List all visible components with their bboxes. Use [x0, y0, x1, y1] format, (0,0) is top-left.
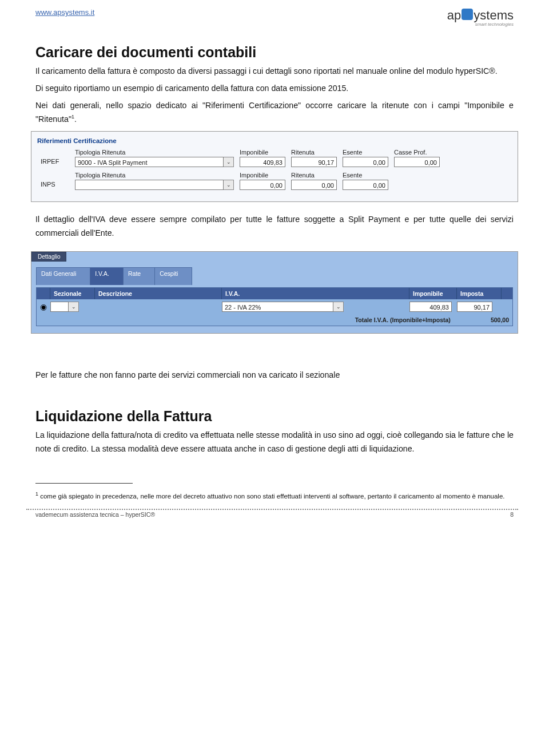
tab-cespiti[interactable]: Cespiti	[154, 267, 192, 285]
section1-p3: Nei dati generali, nello spazio dedicato…	[35, 98, 514, 126]
tipologia-label: Tipologia Ritenuta	[75, 149, 234, 156]
footer-left: vademecum assistenza tecnica – hyperSIC®	[35, 511, 155, 518]
casse-label: Casse Prof.	[394, 149, 440, 156]
site-url-link[interactable]: www.apsystems.it	[35, 8, 94, 17]
sezionale-select[interactable]: ⌄	[50, 302, 95, 312]
section1-p2: Di seguito riportiamo un esempio di cari…	[35, 81, 514, 95]
th-descrizione: Descrizione	[95, 288, 222, 299]
ritenuta-label: Ritenuta	[291, 172, 337, 179]
iva-total-row: Totale I.V.A. (Imponibile+Imposta) 500,0…	[37, 314, 512, 326]
imponibile-label: Imponibile	[240, 149, 285, 156]
logo-icon	[462, 9, 473, 20]
section3-p1: Per le fatture che non fanno parte dei s…	[35, 368, 514, 382]
row-imposta-input[interactable]: 90,17	[457, 302, 492, 312]
tab-iva[interactable]: I.V.A.	[90, 267, 124, 285]
iva-select[interactable]: 22 - IVA 22% ⌄	[222, 302, 409, 312]
tab-rate[interactable]: Rate	[123, 267, 155, 285]
footnote-separator	[35, 483, 133, 484]
chevron-down-icon: ⌄	[333, 302, 344, 312]
imponibile-label: Imponibile	[240, 172, 285, 179]
iva-table-header: Sezionale Descrizione I.V.A. Imponibile …	[37, 288, 512, 299]
chevron-down-icon: ⌄	[69, 302, 79, 312]
inps-ritenuta-input[interactable]: 0,00	[291, 180, 337, 190]
group-label: Riferimenti Certificazione	[31, 135, 518, 148]
total-label: Totale I.V.A. (Imponibile+Imposta)	[355, 316, 451, 323]
irpef-row: IRPEF Tipologia Ritenuta 9000 - IVA Spli…	[31, 148, 518, 171]
section1-p1: Il caricamento della fattura è composto …	[35, 64, 514, 78]
ritenuta-label: Ritenuta	[291, 149, 337, 156]
section4-title: Liquidazione della Fattura	[35, 408, 514, 425]
inps-tipologia-select[interactable]: ⌄	[75, 180, 234, 190]
tab-dati-generali[interactable]: Dati Generali	[36, 267, 90, 285]
th-iva: I.V.A.	[222, 288, 409, 299]
inps-label: INPS	[41, 181, 69, 190]
row-imponibile-input[interactable]: 409,83	[409, 302, 452, 312]
esente-label: Esente	[343, 149, 388, 156]
irpef-imponibile-input[interactable]: 409,83	[240, 157, 285, 167]
irpef-casse-input[interactable]: 0,00	[394, 157, 440, 167]
irpef-ritenuta-input[interactable]: 90,17	[291, 157, 337, 167]
irpef-tipologia-value: 9000 - IVA Split Payment	[75, 157, 224, 167]
inps-esente-input[interactable]: 0,00	[343, 180, 388, 190]
irpef-label: IRPEF	[41, 158, 69, 167]
th-imposta: Imposta	[457, 288, 502, 299]
irpef-tipologia-select[interactable]: 9000 - IVA Split Payment ⌄	[75, 157, 234, 167]
row-radio[interactable]: ◉	[37, 302, 50, 311]
inps-tipologia-value	[75, 180, 224, 190]
section4-p1: La liquidazione della fattura/nota di cr…	[35, 428, 514, 456]
page-number: 8	[510, 511, 514, 518]
section1-title: Caricare dei documenti contabili	[35, 44, 514, 61]
footnote-1: 1 come già spiegato in precedenza, nelle…	[35, 490, 514, 501]
inps-imponibile-input[interactable]: 0,00	[240, 180, 285, 190]
certification-screenshot: Riferimenti Certificazione IRPEF Tipolog…	[31, 131, 518, 202]
tipologia-label: Tipologia Ritenuta	[75, 172, 234, 179]
chevron-down-icon: ⌄	[224, 157, 234, 167]
th-imponibile: Imponibile	[409, 288, 457, 299]
iva-table-row: ◉ ⌄ 22 - IVA 22% ⌄ 409,83 90,17	[37, 299, 512, 314]
inps-row: INPS Tipologia Ritenuta ⌄ Imponibile 0,0…	[31, 171, 518, 193]
chevron-down-icon: ⌄	[224, 180, 234, 190]
irpef-esente-input[interactable]: 0,00	[343, 157, 388, 167]
esente-label: Esente	[343, 172, 388, 179]
dettaglio-panel-title: Dettaglio	[31, 252, 66, 262]
logo: apystems smart technologies	[447, 8, 514, 27]
dettaglio-screenshot: Dettaglio Dati Generali I.V.A. Rate Cesp…	[31, 251, 518, 334]
th-sezionale: Sezionale	[50, 288, 95, 299]
total-value: 500,00	[491, 316, 509, 323]
section2-p1: Il dettaglio dell'IVA deve essere sempre…	[35, 212, 514, 240]
